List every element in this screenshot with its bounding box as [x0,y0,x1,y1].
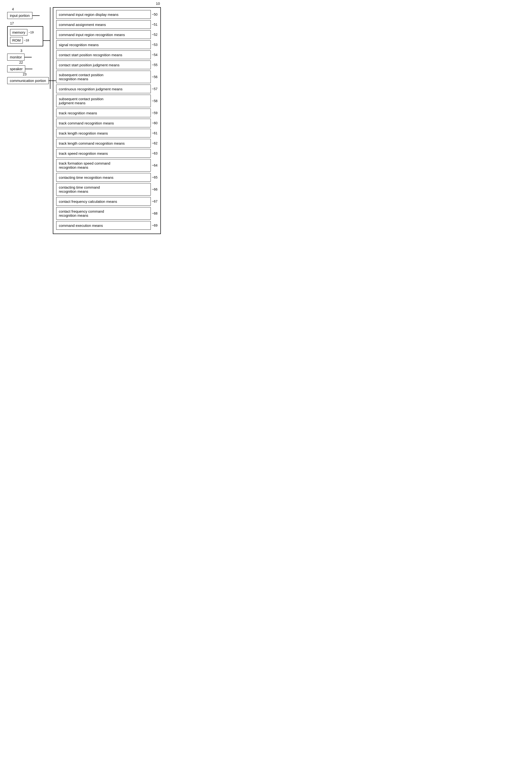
rom-box: ROM [10,37,23,43]
item-57-box: continuous recognition judgment means [56,85,151,93]
item-51-row: command assignment means ~51 [56,20,157,29]
item-65-num: ~65 [152,175,157,179]
item-60-row: track command recognition means ~60 [56,119,157,127]
item-50-row: command input region display means ~50 [56,10,157,19]
item-55-box: contact start position judgment means [56,61,151,69]
item-62-num: ~62 [152,141,157,145]
item-53-box: signal recognition means [56,40,151,49]
item-52-row: command input region recognition means ~… [56,30,157,39]
item-52-num: ~52 [152,33,157,36]
right-col-num: 10 [156,1,160,6]
item-65-row: contacting time recognition means ~65 [56,173,157,181]
item-59-box: track recognition means [56,109,151,117]
main-diagram: 4 input portion 17 memory ~19 ROM ~18 [7,7,161,234]
item-58-row: subsequent contact position judgment mea… [56,95,157,107]
item-69-num: ~69 [152,224,157,227]
item-67-num: ~67 [152,200,157,203]
item-50-num: ~50 [152,12,157,16]
item-53-num: ~53 [152,43,157,47]
item-51-num: ~51 [152,23,157,26]
item-63-num: ~63 [152,151,157,155]
item-56-row: subsequent contact position recognition … [56,71,157,83]
item-69-box: command execution means [56,221,151,230]
rom-num: ~18 [24,38,29,42]
item-50-box: command input region display means [56,10,151,19]
item-64-row: track formation speed command recognitio… [56,159,157,171]
input-portion-num: 4 [12,7,14,11]
memory-num: ~19 [28,30,34,34]
item-53-row: signal recognition means ~53 [56,40,157,49]
item-64-num: ~64 [152,163,157,167]
right-column: 10 command input region display means ~5… [53,7,161,234]
item-67-row: contact frequency calculation means ~67 [56,197,157,206]
comm-num: 23 [23,72,27,76]
comm-box: communication portion [7,77,49,84]
memory-box: memory [10,29,27,36]
left-column: 4 input portion 17 memory ~19 ROM ~18 [7,7,50,89]
input-portion-box: input portion [7,12,32,19]
item-57-row: continuous recognition judgment means ~5… [56,85,157,93]
item-57-num: ~57 [152,87,157,91]
item-63-box: track speed recognition means [56,149,151,157]
item-67-box: contact frequency calculation means [56,197,151,206]
item-59-row: track recognition means ~59 [56,109,157,117]
item-61-num: ~61 [152,131,157,135]
cpu-connector [43,40,50,41]
item-66-num: ~66 [152,187,157,191]
item-68-row: contact frequency command recognition me… [56,207,157,220]
item-64-box: track formation speed command recognitio… [56,159,151,171]
item-51-box: command assignment means [56,20,151,29]
speaker-box: speaker [7,65,25,72]
item-66-row: contacting time command recognition mean… [56,183,157,196]
item-69-row: command execution means ~69 [56,221,157,230]
monitor-box: monitor [7,54,24,61]
speaker-num: 22 [19,61,23,64]
item-63-row: track speed recognition means ~63 [56,149,157,157]
item-59-num: ~59 [152,111,157,115]
item-56-box: subsequent contact position recognition … [56,71,151,83]
item-56-num: ~56 [152,75,157,79]
item-52-box: command input region recognition means [56,30,151,39]
monitor-num: 3 [20,49,22,53]
item-60-box: track command recognition means [56,119,151,127]
item-58-num: ~58 [152,99,157,103]
item-60-num: ~60 [152,121,157,125]
item-58-box: subsequent contact position judgment mea… [56,95,151,107]
monitor-connector [24,57,32,57]
item-66-box: contacting time command recognition mean… [56,183,151,196]
item-68-num: ~68 [152,212,157,215]
input-connector [32,15,40,16]
item-61-row: track length recognition means ~61 [56,129,157,137]
item-65-box: contacting time recognition means [56,173,151,181]
item-62-box: track length command recognition means [56,139,151,147]
item-54-box: contact start position recognition means [56,50,151,59]
cpu-num: 17 [10,21,14,25]
item-55-row: contact start position judgment means ~5… [56,61,157,69]
item-54-row: contact start position recognition means… [56,50,157,59]
item-68-box: contact frequency command recognition me… [56,207,151,220]
item-55-num: ~55 [152,63,157,67]
speaker-connector [25,69,32,69]
item-61-box: track length recognition means [56,129,151,137]
item-54-num: ~54 [152,53,157,57]
item-62-row: track length command recognition means ~… [56,139,157,147]
